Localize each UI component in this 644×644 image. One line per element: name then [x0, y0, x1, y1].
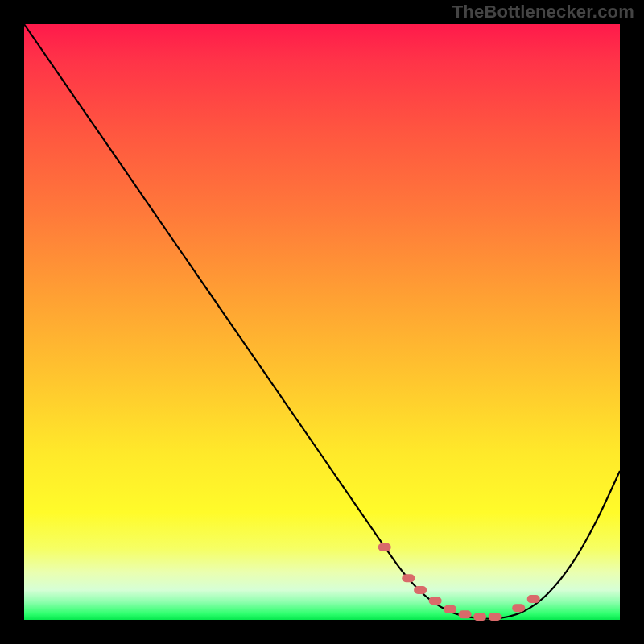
highlight-dot [489, 613, 502, 621]
highlight-dot [444, 605, 456, 613]
bottleneck-curve [24, 24, 620, 619]
curve-layer [24, 24, 620, 620]
plot-area [24, 24, 620, 620]
highlight-dot [512, 604, 525, 612]
highlight-dot [414, 586, 427, 594]
highlight-dot [473, 613, 486, 621]
highlight-dot [378, 543, 391, 551]
highlight-dot [527, 595, 540, 603]
highlight-dot [459, 610, 472, 618]
attribution-text: TheBottlenecker.com [452, 2, 634, 23]
highlight-dot [402, 574, 415, 582]
highlight-dot [429, 597, 442, 605]
chart-frame: TheBottlenecker.com [0, 0, 644, 644]
marker-group [378, 543, 540, 621]
